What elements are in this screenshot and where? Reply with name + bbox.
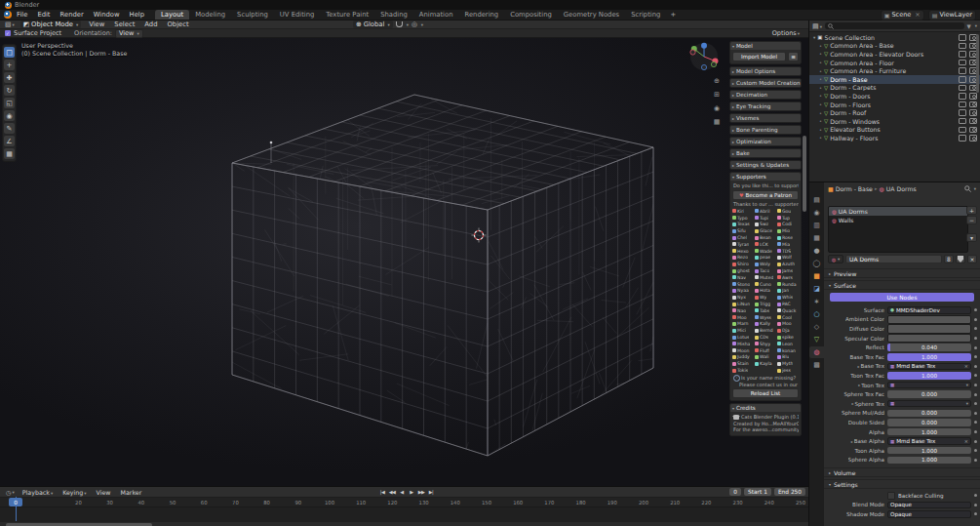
workspace-tab-scripting[interactable]: Scripting [625, 10, 666, 20]
hide-render-icon[interactable] [969, 101, 977, 108]
outliner-item-common-area-floor[interactable]: •▽Common Area - Floor [809, 59, 980, 67]
workspace-tab-geometry-nodes[interactable]: Geometry Nodes [558, 10, 625, 20]
prop-slider-double-sided[interactable]: 0.000 [887, 419, 971, 426]
hide-viewport-icon[interactable] [959, 93, 966, 100]
outliner-item-dorm-roof[interactable]: •▽Dorm - Roof [809, 108, 980, 117]
hide-render-icon[interactable] [969, 127, 977, 134]
properties-options-icon[interactable]: ▾ [974, 186, 976, 191]
workspace-tab-texture-paint[interactable]: Texture Paint [320, 10, 374, 20]
properties-tab-modifiers[interactable]: ◪ [809, 283, 824, 295]
hide-render-icon[interactable] [969, 109, 977, 116]
outliner-item-scene-collection[interactable]: ▾▣Scene Collection [809, 33, 980, 42]
menu-render[interactable]: Render [56, 11, 89, 19]
animate-dot[interactable] [974, 459, 977, 462]
hide-viewport-icon[interactable] [959, 109, 966, 116]
panel-model-options[interactable]: ▸Model Options [729, 66, 802, 76]
browse-material-button[interactable]: ◍▾ [828, 255, 843, 263]
proportional-editing-icon[interactable]: ◎ [412, 20, 417, 28]
workspace-tab-layout[interactable]: Layout [155, 10, 189, 20]
animate-dot[interactable] [974, 308, 977, 311]
properties-tab-object[interactable]: ■ [809, 270, 824, 282]
prop-texture-base-tex[interactable]: ▦Mmd Base Tex× [887, 363, 971, 371]
prop-dropdown-surface[interactable]: ●MMDShaderDev [887, 306, 971, 314]
animate-dot[interactable] [974, 449, 977, 452]
outliner-options-icon[interactable]: ▾ [975, 23, 977, 28]
outliner-item-common-area-furniture[interactable]: •▽Common Area - Furniture [809, 66, 980, 75]
animate-dot[interactable] [974, 402, 977, 405]
scene-selector[interactable]: ▣ Scene × [881, 10, 924, 20]
workspace-tab-modeling[interactable]: Modeling [189, 10, 231, 20]
outliner-item-common-area-base[interactable]: •▽Common Area - Base [809, 42, 980, 51]
hide-viewport-icon[interactable] [959, 51, 966, 58]
panel-supporters-header[interactable]: ▾ Supporters [730, 173, 801, 181]
scale-tool[interactable]: ◱ [4, 98, 15, 108]
add-workspace-button[interactable]: + [666, 11, 680, 19]
preview-section-header[interactable]: ▸ Preview [824, 268, 980, 278]
outliner-search-input[interactable] [825, 22, 964, 29]
outliner-item-elevator-buttons[interactable]: •▽Elevator Buttons [809, 126, 980, 135]
timeline-menu-playback[interactable]: Playback▾ [18, 489, 58, 496]
viewport-menu-add[interactable]: Add [139, 20, 162, 28]
timeline-scrollbar[interactable] [0, 522, 808, 526]
properties-tab-world[interactable]: ◯ [809, 258, 824, 269]
hide-viewport-icon[interactable] [959, 76, 966, 83]
hide-viewport-icon[interactable] [959, 43, 966, 50]
hide-viewport-icon[interactable] [959, 34, 966, 41]
panel-credits-header[interactable]: ▾ Credits [730, 404, 801, 412]
prop-color-swatch-specular-color[interactable] [887, 334, 971, 344]
outliner-editor-type-button[interactable]: ▤▾ [812, 22, 822, 30]
animate-dot[interactable] [974, 355, 977, 358]
reload-list-button[interactable]: Reload List [732, 388, 799, 398]
properties-tab-object-data[interactable]: ▽ [809, 334, 824, 345]
outliner-item-dorm-carpets[interactable]: •▽Dorm - Carpets [809, 84, 980, 93]
camera-view-icon[interactable]: ◉ [711, 104, 723, 112]
prop-color-swatch-ambient-color[interactable] [887, 315, 971, 325]
timeline-menu-keying[interactable]: Keying▾ [58, 489, 91, 496]
properties-tab-scene[interactable]: ● [809, 245, 824, 257]
outliner-item-dorm-base[interactable]: •▽Dorm - Base [809, 75, 980, 84]
jump-to-end-button[interactable]: ▶| [427, 489, 435, 495]
blend-mode-dropdown[interactable]: Opaque [887, 502, 971, 509]
annotate-tool[interactable]: ✎ [4, 123, 15, 134]
hide-viewport-icon[interactable] [959, 101, 966, 108]
workspace-tab-compositing[interactable]: Compositing [504, 10, 558, 20]
material-slot-ua-dorms[interactable]: ◍UA Dorms [829, 207, 967, 216]
hide-render-icon[interactable] [969, 93, 977, 100]
unlink-material-button[interactable]: × [967, 255, 977, 263]
timeline-editor-type-button[interactable]: ◷▾ [3, 489, 18, 496]
pan-icon[interactable]: ⊞ [711, 91, 723, 99]
prop-slider-toon-tex-fac[interactable]: 1.000 [887, 372, 971, 380]
import-model-button[interactable]: Import Model [732, 52, 786, 61]
expand-arrow-icon[interactable]: ▸ [851, 439, 853, 444]
surface-project-checkbox[interactable]: ✓ [5, 30, 11, 36]
playhead[interactable]: 0 [9, 498, 22, 506]
expand-arrow-icon[interactable]: ▸ [857, 364, 859, 369]
outliner-item-dorm-windows[interactable]: •▽Dorm - Windows [809, 117, 980, 126]
panel-bone-parenting[interactable]: ▸Bone Parenting [729, 125, 802, 135]
options-dropdown[interactable]: Options ▾ [772, 29, 800, 37]
animate-dot[interactable] [974, 374, 977, 377]
prop-texture-sphere-tex[interactable]: ▦▾ [887, 400, 971, 408]
viewport-menu-view[interactable]: View [84, 20, 109, 28]
transform-orientation-selector[interactable]: ⊕ Global ▾ [353, 20, 393, 28]
snap-dropdown-icon[interactable]: ▾ [407, 22, 409, 27]
animate-dot[interactable] [974, 421, 977, 424]
mode-selector[interactable]: ◩ Object Mode ▾ [20, 20, 82, 28]
settings-section-header[interactable]: ▾ Settings [824, 479, 980, 489]
hide-render-icon[interactable] [969, 118, 977, 125]
hide-viewport-icon[interactable] [959, 67, 966, 74]
viewport-menu-select[interactable]: Select [109, 20, 139, 28]
panel-visemes[interactable]: ▸Visemes [729, 113, 802, 123]
animate-dot[interactable] [974, 384, 977, 386]
measure-tool[interactable]: ∠ [4, 136, 15, 146]
outliner-item-dorm-floors[interactable]: •▽Dorm - Floors [809, 101, 980, 109]
timeline-menu-view[interactable]: View [92, 489, 116, 496]
prop-texture-toon-tex[interactable]: ▦▾ [887, 382, 971, 389]
shadow-mode-dropdown[interactable]: Opaque [887, 510, 971, 518]
expand-arrow-icon[interactable]: ▸ [851, 401, 853, 406]
workspace-tab-animation[interactable]: Animation [413, 10, 459, 20]
frame-start-field[interactable]: Start 1 [744, 488, 771, 496]
expand-arrow-icon[interactable]: ▸ [858, 383, 860, 387]
unlink-icon[interactable]: × [964, 438, 968, 444]
viewlayer-selector[interactable]: ▤ ViewLayer [928, 10, 976, 20]
